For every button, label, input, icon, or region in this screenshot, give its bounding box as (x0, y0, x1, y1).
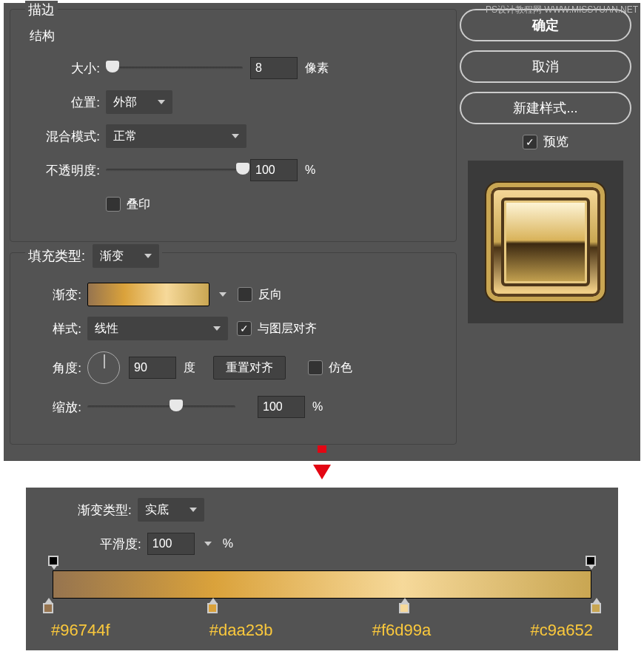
hex-row: #96744f #daa23b #f6d99a #c9a652 (48, 621, 596, 640)
hex-3: #c9a652 (531, 621, 593, 640)
reverse-label: 反向 (258, 287, 282, 303)
gradient-bar-editor[interactable] (48, 570, 596, 599)
chevron-down-icon (204, 542, 212, 546)
angle-input[interactable] (129, 357, 176, 379)
style-select[interactable]: 线性 (87, 317, 228, 340)
smooth-stepper[interactable] (195, 532, 215, 556)
style-label: 样式: (22, 320, 81, 337)
gradient-editor-panel: 渐变类型: 实底 平滑度: % #96744f #daa23b #f6d99a … (25, 487, 619, 651)
color-stop-1[interactable] (207, 603, 218, 613)
group-title-stroke: 描边 (25, 1, 58, 18)
fill-type-select[interactable]: 渐变 (93, 244, 159, 268)
scale-label: 缩放: (22, 399, 81, 416)
smooth-label: 平滑度: (100, 536, 141, 553)
overprint-label: 叠印 (127, 197, 150, 212)
grad-type-value: 实底 (145, 502, 169, 518)
structure-group: 描边 结构 大小: 像素 位置: 外部 混合模式: 正常 (10, 9, 457, 242)
position-label: 位置: (22, 94, 100, 111)
blend-label: 混合模式: (22, 128, 100, 145)
angle-unit: 度 (184, 360, 195, 376)
scale-unit: % (312, 400, 323, 414)
overprint-checkbox[interactable] (106, 197, 121, 212)
dither-label: 仿色 (329, 360, 352, 376)
scale-input[interactable] (258, 396, 305, 418)
gradient-swatch[interactable] (87, 283, 209, 306)
size-slider[interactable] (106, 67, 243, 70)
opacity-unit: % (305, 164, 315, 177)
chevron-down-icon (189, 508, 197, 512)
structure-subtitle: 结构 (30, 27, 444, 44)
hex-0: #96744f (51, 621, 110, 640)
arrow-down-icon (0, 465, 644, 487)
style-value: 线性 (95, 321, 118, 337)
color-stop-0[interactable] (43, 603, 53, 613)
new-style-button[interactable]: 新建样式... (460, 92, 631, 124)
color-stop-3[interactable] (591, 603, 601, 613)
preview-swatch (486, 183, 605, 301)
size-unit: 像素 (305, 61, 329, 76)
smooth-unit: % (223, 537, 233, 550)
angle-dial[interactable] (87, 351, 120, 384)
grad-type-label: 渐变类型: (78, 502, 132, 519)
dither-checkbox[interactable] (308, 360, 323, 375)
scale-slider[interactable] (87, 405, 235, 408)
gradient-picker-button[interactable] (209, 283, 230, 306)
opacity-input[interactable] (250, 159, 298, 181)
align-label: 与图层对齐 (258, 321, 317, 337)
style-preview (468, 161, 623, 323)
opacity-stop-left[interactable] (48, 556, 58, 566)
hex-1: #daa23b (209, 621, 273, 640)
preview-label: 预览 (543, 133, 568, 150)
position-select[interactable]: 外部 (106, 90, 172, 114)
hex-2: #f6d99a (372, 621, 432, 640)
blend-value: 正常 (113, 129, 137, 144)
align-checkbox[interactable] (237, 321, 252, 336)
size-input[interactable] (250, 57, 298, 79)
fill-group: 填充类型: 渐变 渐变: 反向 样式: 线性 (10, 252, 457, 445)
cancel-button[interactable]: 取消 (460, 50, 631, 83)
color-stop-2[interactable] (399, 603, 409, 613)
chevron-down-icon (213, 326, 221, 331)
chevron-down-icon (219, 292, 227, 297)
opacity-stop-right[interactable] (586, 556, 596, 566)
reverse-checkbox[interactable] (238, 287, 252, 302)
size-label: 大小: (22, 60, 100, 77)
preview-checkbox[interactable] (523, 135, 537, 149)
blend-select[interactable]: 正常 (106, 124, 246, 148)
smooth-input[interactable] (147, 533, 195, 555)
gradient-label: 渐变: (22, 286, 81, 303)
angle-label: 角度: (22, 360, 81, 377)
reset-align-button[interactable]: 重置对齐 (213, 356, 286, 380)
grad-type-select[interactable]: 实底 (138, 498, 204, 522)
opacity-slider[interactable] (106, 169, 243, 172)
chevron-down-icon (158, 100, 165, 104)
gradient-bar[interactable] (53, 570, 591, 599)
chevron-down-icon (144, 254, 152, 258)
stroke-options-panel: 描边 结构 大小: 像素 位置: 外部 混合模式: 正常 (3, 3, 641, 462)
opacity-label: 不透明度: (22, 162, 100, 179)
fill-type-value: 渐变 (100, 249, 124, 264)
watermark-text: PS设计教程网 WWW.MISSYUAN.NET (486, 4, 638, 16)
position-value: 外部 (113, 95, 137, 110)
fill-type-label: 填充类型: (28, 247, 85, 265)
chevron-down-icon (232, 134, 239, 138)
